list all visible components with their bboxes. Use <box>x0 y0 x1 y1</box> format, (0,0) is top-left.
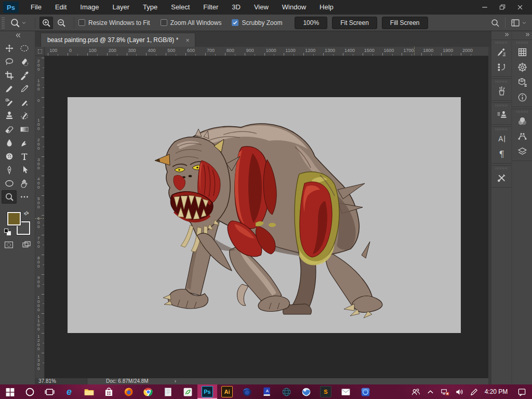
crop-tool[interactable] <box>2 69 17 82</box>
taskbar-notepad-icon[interactable] <box>158 384 178 399</box>
zoom-out-button[interactable] <box>55 17 68 29</box>
panel-color-button[interactable] <box>512 114 532 129</box>
checkbox-scrubby-zoom[interactable]: Scrubby Zoom <box>232 19 282 26</box>
tray-people-button[interactable] <box>408 384 423 399</box>
workspace-icon[interactable] <box>511 18 520 28</box>
menu-filter[interactable]: Filter <box>196 0 225 15</box>
tab-close-icon[interactable]: × <box>185 37 190 44</box>
panel-swatches-button[interactable] <box>512 45 532 60</box>
fill-screen-button[interactable]: Fill Screen <box>382 17 428 29</box>
panel-paragraph-button[interactable]: ¶ <box>491 147 511 162</box>
minimize-button[interactable] <box>476 0 494 15</box>
hand-tool[interactable] <box>17 177 32 190</box>
default-colors-icon[interactable] <box>4 229 11 235</box>
foreground-color-swatch[interactable] <box>7 212 21 225</box>
panel-cube-3d-button[interactable] <box>512 75 532 90</box>
quick-selection-tool[interactable] <box>17 55 32 69</box>
mixer-brush-tool[interactable] <box>17 96 32 109</box>
brush-tool[interactable] <box>2 82 17 96</box>
panel-tool-presets-button[interactable] <box>491 170 511 185</box>
taskbar-photoshop-icon[interactable]: Ps <box>197 384 217 399</box>
action-center-button[interactable] <box>511 384 532 399</box>
horizontal-ruler[interactable]: 1000100200300400500600700800900100011001… <box>45 47 488 56</box>
ruler-origin[interactable] <box>35 47 45 56</box>
taskbar-edge-icon[interactable]: e <box>59 384 79 399</box>
elliptical-marquee-tool[interactable] <box>17 42 32 55</box>
panel-navigator-button[interactable] <box>512 60 532 75</box>
eraser-tool[interactable] <box>2 123 17 136</box>
taskbar-start-button[interactable] <box>0 384 20 399</box>
menu-layer[interactable]: Layer <box>106 0 137 15</box>
tray-pen-button[interactable] <box>467 384 481 399</box>
panel-collapse-header[interactable] <box>512 31 532 39</box>
status-zoom-field[interactable]: 37.81% <box>35 378 87 384</box>
document-tab[interactable]: beast painting.psd @ 37.8% (Layer 1, RGB… <box>41 33 195 47</box>
taskbar-file-explorer-icon[interactable] <box>79 384 99 399</box>
color-replacement-tool[interactable] <box>2 96 17 109</box>
taskbar-clock[interactable]: 4:20 PM <box>481 388 511 395</box>
100--button[interactable]: 100% <box>295 17 327 29</box>
taskbar-task-view-icon[interactable] <box>39 384 59 399</box>
checkbox-zoom-all-windows[interactable]: Zoom All Windows <box>161 19 222 26</box>
screen-mode-icon[interactable] <box>21 240 32 249</box>
pen-tool[interactable] <box>2 163 17 177</box>
restore-button[interactable] <box>494 0 511 15</box>
menu-3d[interactable]: 3D <box>225 0 247 15</box>
taskbar-mail-icon[interactable] <box>336 384 355 399</box>
history-brush-tool[interactable] <box>17 109 32 123</box>
taskbar-media-player-icon[interactable] <box>355 384 375 399</box>
panel-brush-settings-button[interactable] <box>491 45 511 60</box>
taskbar-dictionary-icon[interactable]: A <box>257 384 276 399</box>
eyedropper-tool[interactable] <box>17 69 32 82</box>
taskbar-cortana-icon[interactable] <box>20 384 39 399</box>
taskbar-plant-app-icon[interactable] <box>178 384 197 399</box>
swap-colors-icon[interactable]: ⇆ <box>22 209 31 218</box>
blur-tool[interactable] <box>2 136 17 150</box>
lasso-tool[interactable] <box>2 55 17 69</box>
panel-brush-presets-button[interactable] <box>491 60 511 75</box>
zoom-tool[interactable] <box>2 190 17 204</box>
ellipse-shape-tool[interactable] <box>2 177 17 190</box>
vertical-ruler[interactable]: 2 0 01 0 001 0 02 0 03 0 04 0 05 0 06 0 … <box>35 56 45 378</box>
checkbox-unchecked-icon[interactable] <box>161 19 167 26</box>
menu-type[interactable]: Type <box>136 0 164 15</box>
taskbar-chrome-icon[interactable] <box>138 384 158 399</box>
menu-file[interactable]: File <box>24 0 48 15</box>
panel-clone-source-button[interactable] <box>491 108 511 123</box>
pencil-tool[interactable] <box>17 82 32 96</box>
menu-window[interactable]: Window <box>275 0 313 15</box>
zoom-in-button[interactable] <box>39 17 53 29</box>
panel-collapse-header[interactable] <box>491 31 511 39</box>
more-options-tool[interactable] <box>17 190 32 204</box>
tray-volume-button[interactable] <box>452 384 467 399</box>
current-tool-chip[interactable] <box>10 18 26 28</box>
checkbox-resize-windows-to-fit[interactable]: Resize Windows to Fit <box>78 19 150 26</box>
sponge-tool[interactable] <box>2 150 17 163</box>
taskbar-globe-icon[interactable] <box>276 384 296 399</box>
move-tool[interactable] <box>2 42 17 55</box>
taskbar-illustrator-icon[interactable]: Ai <box>217 384 237 399</box>
checkbox-checked-icon[interactable] <box>232 19 238 26</box>
options-grip[interactable] <box>2 17 5 29</box>
taskbar-firefox-icon[interactable] <box>118 384 138 399</box>
smudge-tool[interactable] <box>17 136 32 150</box>
canvas-document[interactable] <box>68 97 461 333</box>
quick-mask-icon[interactable] <box>4 240 14 249</box>
menu-view[interactable]: View <box>247 0 275 15</box>
fit-screen-button[interactable]: Fit Screen <box>332 17 377 29</box>
canvas-viewport[interactable] <box>45 56 488 378</box>
taskbar-sublime-icon[interactable]: S <box>316 384 336 399</box>
status-expand-icon[interactable]: › <box>175 379 176 384</box>
menu-select[interactable]: Select <box>164 0 196 15</box>
app-logo[interactable]: Ps <box>3 2 19 13</box>
panel-character-button[interactable]: A <box>491 131 511 147</box>
panel-brush-cup-button[interactable] <box>491 84 511 99</box>
clone-stamp-tool[interactable] <box>2 109 17 123</box>
taskbar-blue-fox-icon[interactable] <box>237 384 257 399</box>
taskbar-sphere-icon[interactable] <box>296 384 316 399</box>
checkbox-unchecked-icon[interactable] <box>78 19 85 26</box>
panel-layers-button[interactable] <box>512 144 532 159</box>
close-button[interactable] <box>511 0 529 15</box>
tray-chevron-up-button[interactable] <box>423 384 437 399</box>
taskbar-store-icon[interactable] <box>99 384 118 399</box>
